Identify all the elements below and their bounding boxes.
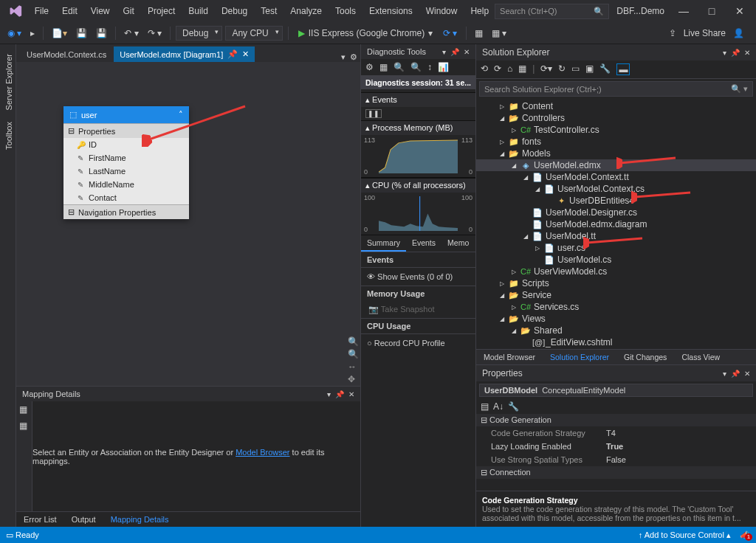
- node-views[interactable]: ◢📂Views: [476, 313, 756, 325]
- tab-solution-explorer[interactable]: Solution Explorer: [543, 350, 616, 364]
- redo-button[interactable]: ↷ ▾: [145, 26, 165, 41]
- notifications-button[interactable]: 📣1: [740, 530, 750, 540]
- props-cat-codegen[interactable]: ⊟ Code Generation: [476, 414, 756, 426]
- menu-tools[interactable]: Tools: [329, 3, 362, 19]
- collapse-icon[interactable]: ˄: [179, 110, 183, 120]
- refresh-icon[interactable]: ↻: [558, 63, 566, 75]
- chart-icon[interactable]: 📊: [438, 62, 449, 72]
- dropdown-icon[interactable]: ▾: [442, 48, 446, 56]
- menu-view[interactable]: View: [85, 3, 116, 19]
- zoom-icon[interactable]: 🔍: [394, 62, 405, 72]
- menu-debug[interactable]: Debug: [216, 3, 253, 19]
- node-shared[interactable]: ◢📂Shared: [476, 325, 756, 336]
- node-testcontroller[interactable]: ▷C#TestController.cs: [476, 124, 756, 136]
- categorize-icon[interactable]: ▤: [481, 401, 489, 412]
- node-insertview[interactable]: [@]_insertView.cshtml: [476, 348, 756, 349]
- menu-build[interactable]: Build: [182, 3, 214, 19]
- pin-icon[interactable]: 📌: [731, 370, 740, 378]
- close-icon[interactable]: ✕: [744, 370, 750, 378]
- node-editview[interactable]: [@]_EditView.cshtml: [476, 336, 756, 348]
- zoom-out-icon[interactable]: 🔍: [348, 349, 359, 359]
- close-icon[interactable]: ✕: [744, 49, 750, 57]
- menu-test[interactable]: Test: [255, 3, 283, 19]
- record-cpu-button[interactable]: ○ Record CPU Profile: [361, 333, 475, 352]
- run-button[interactable]: ▶ IIS Express (Google Chrome) ▾: [294, 27, 437, 40]
- window-minimize[interactable]: —: [670, 3, 697, 19]
- copy-icon[interactable]: ▣: [585, 63, 594, 75]
- entity-designer-canvas[interactable]: ⬚ user ˄ ⊟Properties 🔑ID ✎FirstName ✎Las…: [16, 62, 360, 386]
- node-diagram[interactable]: 📄UserModel.edmx.diagram: [476, 218, 756, 230]
- home-icon[interactable]: ⌂: [507, 63, 512, 75]
- se-search-input[interactable]: Search Solution Explorer (Ctrl+;)🔍 ▾: [479, 81, 753, 97]
- pin-icon[interactable]: 📌: [227, 49, 238, 59]
- diag-tab-memory[interactable]: Memo: [441, 235, 475, 252]
- browser-refresh-button[interactable]: ⟳ ▾: [440, 26, 460, 41]
- nav-fwd-button[interactable]: ▸: [27, 26, 38, 41]
- live-share-button[interactable]: Live Share: [684, 28, 726, 38]
- table-icon[interactable]: ▦: [16, 401, 32, 418]
- select-tools-icon[interactable]: ▦: [379, 62, 388, 72]
- fit-icon[interactable]: ↔: [348, 362, 359, 372]
- menu-help[interactable]: Help: [464, 3, 495, 19]
- alpha-sort-icon[interactable]: A↓: [493, 401, 504, 412]
- diag-cpu-header[interactable]: CPU (% of all processors): [372, 181, 466, 190]
- config-combo[interactable]: Debug: [176, 26, 222, 41]
- quick-search-input[interactable]: Search (Ctrl+Q) 🔍: [495, 4, 609, 19]
- prop-row[interactable]: Code Generation StrategyT4: [476, 426, 756, 440]
- node-dbentities[interactable]: ✦UserDBEntities4: [476, 195, 756, 207]
- entity-user[interactable]: ⬚ user ˄ ⊟Properties 🔑ID ✎FirstName ✎Las…: [63, 106, 189, 219]
- menu-project[interactable]: Project: [142, 3, 181, 19]
- tab-error-list[interactable]: Error List: [16, 512, 64, 527]
- collapse-props-icon[interactable]: ⊟: [68, 126, 75, 136]
- pan-icon[interactable]: ✥: [348, 374, 359, 384]
- gear-icon[interactable]: ⚙: [350, 52, 357, 62]
- rail-toolbox[interactable]: Toolbox: [0, 116, 16, 156]
- close-icon[interactable]: ✕: [348, 390, 354, 398]
- pin-icon[interactable]: 📌: [335, 390, 344, 398]
- prop-row[interactable]: Use Strong Spatial TypesFalse: [476, 453, 756, 466]
- platform-combo[interactable]: Any CPU: [225, 26, 282, 41]
- zoom-in-icon[interactable]: 🔍: [348, 336, 359, 347]
- pin-icon[interactable]: 📌: [731, 49, 740, 57]
- node-userviewmodel[interactable]: ▷C#UserViewModel.cs: [476, 266, 756, 277]
- preview-icon[interactable]: ▬: [616, 63, 630, 75]
- show-all-icon[interactable]: 🔧: [599, 63, 611, 75]
- user-icon[interactable]: 👤: [733, 28, 744, 38]
- close-tab-icon[interactable]: ✕: [242, 49, 249, 59]
- save-button[interactable]: 💾: [73, 26, 90, 41]
- new-item-button[interactable]: 📄▾: [49, 26, 70, 41]
- menu-file[interactable]: File: [29, 3, 55, 19]
- node-content[interactable]: ▷📁Content: [476, 100, 756, 112]
- entity-field[interactable]: ✎LastName: [63, 165, 189, 178]
- node-scripts[interactable]: ▷📁Scripts: [476, 277, 756, 289]
- properties-object-select[interactable]: UserDBModelConceptualEntityModel: [479, 384, 753, 397]
- node-usermodel-cs[interactable]: 📄UserModel.cs: [476, 254, 756, 266]
- dropdown-icon[interactable]: ▾: [327, 390, 331, 398]
- show-events-button[interactable]: 👁 Show Events (0 of 0): [361, 267, 475, 286]
- tab-edmx-diagram[interactable]: UserModel.edmx [Diagram1] 📌 ✕: [114, 46, 255, 62]
- entity-field[interactable]: ✎FirstName: [63, 151, 189, 165]
- prop-pages-icon[interactable]: 🔧: [508, 401, 519, 412]
- toolbox-btn-1[interactable]: ▦: [472, 26, 486, 41]
- entity-field[interactable]: 🔑ID: [63, 138, 189, 151]
- diag-events-header[interactable]: Events: [372, 95, 397, 104]
- tab-context-cs[interactable]: UserModel.Context.cs: [21, 47, 112, 62]
- entity-field[interactable]: ✎MiddleName: [63, 178, 189, 191]
- zoom-icon[interactable]: 🔍: [410, 62, 422, 72]
- sync-icon[interactable]: ⟳▾: [540, 63, 552, 75]
- switch-view-icon[interactable]: ▦: [518, 63, 526, 75]
- tab-git-changes[interactable]: Git Changes: [616, 350, 674, 364]
- back-icon[interactable]: ⟲: [481, 63, 488, 75]
- diag-tab-events[interactable]: Events: [406, 235, 441, 252]
- add-source-control-button[interactable]: ↑ Add to Source Control ▴: [639, 530, 731, 540]
- tab-mapping-details[interactable]: Mapping Details: [103, 512, 176, 527]
- close-icon[interactable]: ✕: [464, 48, 470, 56]
- node-controllers[interactable]: ◢📂Controllers: [476, 112, 756, 124]
- node-designer-cs[interactable]: 📄UserModel.Designer.cs: [476, 207, 756, 218]
- diag-mem-header[interactable]: Process Memory (MB): [372, 123, 453, 132]
- tab-class-view[interactable]: Class View: [674, 350, 727, 364]
- collapse-icon[interactable]: ▭: [571, 63, 580, 75]
- entity-field[interactable]: ✎Contact: [63, 191, 189, 204]
- menu-analyze[interactable]: Analyze: [284, 3, 328, 19]
- menu-window[interactable]: Window: [420, 3, 464, 19]
